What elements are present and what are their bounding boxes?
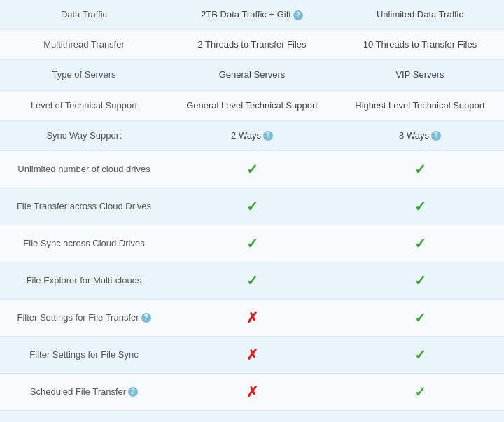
plan2-cell: ✓ — [336, 336, 504, 373]
feature-label: Level of Technical Support — [31, 100, 137, 111]
feature-label: File Transfer across Cloud Drives — [17, 201, 151, 211]
plan2-cell: ✓ — [336, 299, 504, 336]
plan2-cell: Highest Level Technical Support — [336, 90, 504, 120]
table-row: File Explorer for Multi-clouds✓✓ — [0, 262, 504, 299]
feature-cell: Level of Technical Support — [0, 90, 168, 120]
check-icon: ✓ — [414, 162, 426, 177]
table-row: Scheduled File Transfer?✗✓ — [0, 373, 504, 410]
table-row: Sync Way Support2 Ways?8 Ways? — [0, 120, 504, 150]
feature-cell: Scheduled File Transfer? — [0, 373, 168, 410]
table-row: Filter Settings for File Transfer?✗✓ — [0, 299, 504, 336]
feature-label: Data Traffic — [61, 9, 107, 20]
check-icon: ✓ — [414, 199, 426, 214]
feature-cell: Filter Settings for File Transfer? — [0, 299, 168, 336]
plan2-value: VIP Servers — [396, 69, 444, 80]
check-icon: ✓ — [246, 236, 258, 251]
plan1-cell: ✓ — [168, 262, 336, 299]
feature-cell: Type of Servers — [0, 60, 168, 90]
plan1-cell: 2TB Data Traffic + Gift? — [168, 0, 336, 30]
plan1-cell: ✓ — [168, 188, 336, 225]
cross-icon: ✗ — [246, 384, 258, 400]
plan2-value: Highest Level Technical Support — [355, 100, 485, 111]
feature-cell: Data Traffic — [0, 0, 168, 30]
feature-cell: Unlimited number of cloud drives — [0, 150, 168, 188]
check-icon: ✓ — [414, 384, 426, 400]
plan2-cell: ✓ — [336, 225, 504, 262]
feature-label: Type of Servers — [52, 69, 115, 80]
plan1-value: 2 Threads to Transfer Files — [197, 39, 306, 50]
feature-label: Multithread Transfer — [43, 39, 125, 50]
check-icon: ✓ — [414, 273, 426, 288]
plan1-cell: ✗ — [168, 373, 336, 410]
plan2-value: 10 Threads to Transfer Files — [363, 39, 477, 50]
plan2-cell: ✓ — [336, 373, 504, 410]
plan2-cell: 10 Threads to Transfer Files — [336, 30, 504, 60]
plan2-cell: ✓ — [336, 150, 504, 188]
feature-cell: Filter Settings for File Sync — [0, 336, 168, 373]
plan1-cell: ✗ — [168, 299, 336, 336]
check-icon: ✓ — [246, 162, 258, 177]
table-row: Filter Settings for File Sync✗✓ — [0, 336, 504, 373]
plan1-cell: General Servers — [168, 60, 336, 90]
comparison-table: Data Traffic2TB Data Traffic + Gift?Unli… — [0, 0, 504, 422]
cross-icon: ✗ — [246, 310, 258, 325]
plan1-cell: ✓ — [168, 150, 336, 188]
plan2-cell: Unlimited Data Traffic — [336, 0, 504, 30]
feature-cell: Multithread Transfer — [0, 30, 168, 60]
plan1-value: General Level Technical Support — [186, 100, 318, 111]
table-row: Unlimited number of cloud drives✓✓ — [0, 150, 504, 188]
plan1-value: 2 Ways — [231, 130, 261, 141]
table-row: Multithread Transfer2 Threads to Transfe… — [0, 30, 504, 60]
plan1-value: 2TB Data Traffic + Gift — [201, 9, 291, 20]
feature-cell: File Explorer for Multi-clouds — [0, 262, 168, 299]
feature-label: File Explorer for Multi-clouds — [27, 275, 142, 286]
plan1-cell: 2 Ways? — [168, 120, 336, 150]
plan2-cell: VIP Servers — [336, 60, 504, 90]
plan2-value: Unlimited Data Traffic — [377, 9, 463, 20]
info-icon[interactable]: ? — [128, 387, 138, 397]
info-icon[interactable]: ? — [293, 10, 303, 20]
table-row: File Sync across Cloud Drives✓✓ — [0, 225, 504, 262]
plan1-cell: ✗ — [168, 336, 336, 373]
feature-cell: Sync Way Support — [0, 120, 168, 150]
info-icon[interactable]: ? — [141, 313, 151, 323]
info-icon[interactable]: ? — [263, 131, 273, 141]
info-icon[interactable]: ? — [431, 131, 441, 141]
cross-icon: ✗ — [246, 347, 258, 363]
plan1-cell: 2 Threads to Transfer Files — [168, 30, 336, 60]
feature-cell: Scheduled File Sync — [0, 410, 168, 422]
feature-label: Unlimited number of cloud drives — [18, 164, 150, 174]
plan2-value: 8 Ways — [399, 130, 429, 141]
check-icon: ✓ — [414, 347, 426, 363]
table-row: Scheduled File Sync✗✓ — [0, 410, 504, 422]
feature-cell: File Sync across Cloud Drives — [0, 225, 168, 262]
feature-label: Scheduled File Transfer — [30, 386, 126, 397]
plan1-value: General Servers — [219, 69, 286, 80]
plan1-cell: ✓ — [168, 225, 336, 262]
plan1-cell: General Level Technical Support — [168, 90, 336, 120]
plan1-cell: ✗ — [168, 410, 336, 422]
check-icon: ✓ — [246, 199, 258, 214]
feature-label: Sync Way Support — [46, 130, 121, 141]
table-row: Level of Technical SupportGeneral Level … — [0, 90, 504, 120]
check-icon: ✓ — [246, 273, 258, 288]
plan2-cell: ✓ — [336, 410, 504, 422]
table-row: Data Traffic2TB Data Traffic + Gift?Unli… — [0, 0, 504, 30]
feature-cell: File Transfer across Cloud Drives — [0, 188, 168, 225]
table-row: Type of ServersGeneral ServersVIP Server… — [0, 60, 504, 90]
plan2-cell: 8 Ways? — [336, 120, 504, 150]
check-icon: ✓ — [414, 236, 426, 251]
plan2-cell: ✓ — [336, 188, 504, 225]
feature-label: Filter Settings for File Transfer — [17, 312, 139, 323]
table-row: File Transfer across Cloud Drives✓✓ — [0, 188, 504, 225]
plan2-cell: ✓ — [336, 262, 504, 299]
feature-label: File Sync across Cloud Drives — [23, 238, 144, 248]
check-icon: ✓ — [414, 310, 426, 325]
feature-label: Filter Settings for File Sync — [29, 349, 138, 360]
